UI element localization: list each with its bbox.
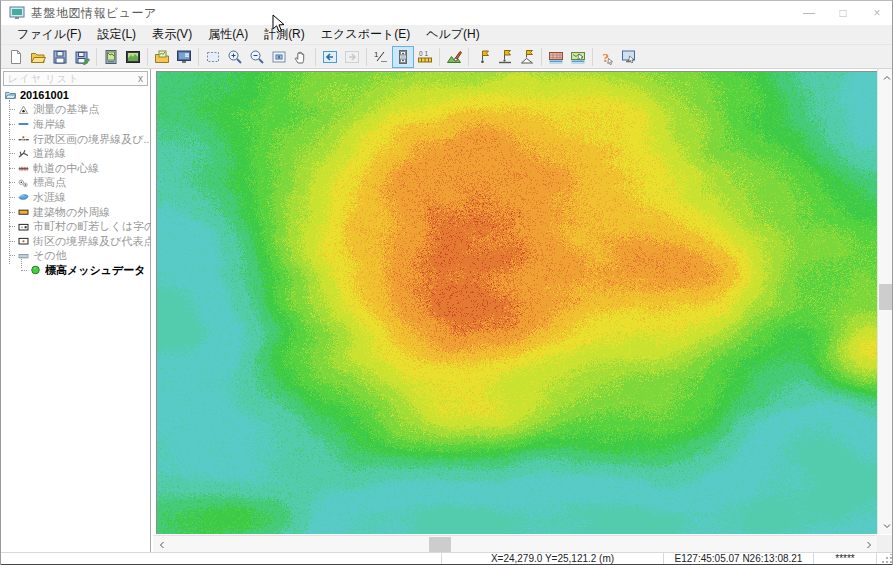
toolbar-separator <box>439 48 440 66</box>
forward-view-button[interactable] <box>341 46 363 68</box>
layer-label: 市町村の町若しくは字の... <box>33 219 151 234</box>
toolbar-separator <box>366 48 367 66</box>
layer-panel-close-button[interactable]: x <box>134 73 147 84</box>
forward-view-icon <box>344 49 360 65</box>
map-export-button[interactable] <box>567 46 589 68</box>
layer-item-rail-line[interactable]: 軌道の中心線 <box>1 161 151 176</box>
admin-boundary-icon <box>16 133 33 145</box>
horizontal-scroll-thumb[interactable] <box>429 537 451 552</box>
layer-panel-header: レイヤ リスト x <box>3 71 148 86</box>
menu-file[interactable]: ファイル(F) <box>9 24 89 45</box>
terrain-profile-button[interactable] <box>443 46 465 68</box>
coastline-icon <box>16 118 33 130</box>
scroll-left-button[interactable] <box>153 536 170 553</box>
layer-label: 行政区画の境界線及び... <box>33 132 151 147</box>
menu-settings[interactable]: 設定(L) <box>89 24 144 45</box>
tree-root[interactable]: 20161001 <box>1 88 151 103</box>
print-icon <box>103 49 119 65</box>
chevron-left-icon <box>158 541 166 549</box>
flag-area-icon <box>519 49 535 65</box>
layer-item-water-edge[interactable]: 水涯線 <box>1 190 151 205</box>
zoom-out-icon <box>249 49 265 65</box>
chevron-right-icon <box>865 541 873 549</box>
image-view-button[interactable] <box>122 46 144 68</box>
menu-export[interactable]: エクスポート(E) <box>313 24 418 45</box>
svg-text:0 1: 0 1 <box>419 50 428 57</box>
menu-attribute[interactable]: 属性(A) <box>200 24 256 45</box>
layer-item-admin-boundary[interactable]: 行政区画の境界線及び... <box>1 132 151 147</box>
map-canvas[interactable] <box>157 72 877 534</box>
maximize-button[interactable]: □ <box>826 1 860 25</box>
layer-item-other-layer[interactable]: その他 <box>1 249 151 264</box>
toolbar-separator <box>541 48 542 66</box>
layer-item-coastline[interactable]: 海岸線 <box>1 117 151 132</box>
layer-label: 水涯線 <box>33 190 66 205</box>
layer-item-road-line[interactable]: 道路線 <box>1 146 151 161</box>
back-view-icon <box>322 49 338 65</box>
window-controls: — □ × <box>792 1 893 25</box>
toolbar: 10 1? <box>1 45 893 69</box>
mesh-export-icon <box>548 49 564 65</box>
toolbar-separator <box>96 48 97 66</box>
mesh-export-button[interactable] <box>545 46 567 68</box>
chevron-down-icon <box>883 522 891 530</box>
horizontal-scrollbar[interactable] <box>153 535 877 552</box>
scroll-down-button[interactable] <box>878 517 893 534</box>
toolbar-separator <box>198 48 199 66</box>
layer-item-building-outline[interactable]: 建築物の外周線 <box>1 205 151 220</box>
layer-item-elevation-point[interactable]: 標高点 <box>1 176 151 191</box>
flag-area-button[interactable] <box>516 46 538 68</box>
town-boundary-icon <box>16 221 33 233</box>
svg-text:1: 1 <box>374 50 379 59</box>
flag-point-button[interactable] <box>472 46 494 68</box>
layer-item-town-boundary[interactable]: 市町村の町若しくは字の... <box>1 219 151 234</box>
context-help-button[interactable] <box>618 46 640 68</box>
display-settings-button[interactable] <box>173 46 195 68</box>
layer-label: 海岸線 <box>33 117 66 132</box>
minimize-button[interactable]: — <box>792 1 826 25</box>
print-button[interactable] <box>100 46 122 68</box>
scale-bar-button[interactable]: 0 1 <box>414 46 436 68</box>
save-as-button[interactable] <box>71 46 93 68</box>
menu-help[interactable]: ヘルプ(H) <box>418 24 488 45</box>
statusbar: X=24,279.0 Y=25,121.2 (m) E127:45:05.07 … <box>1 552 893 564</box>
flag-point-icon <box>475 49 491 65</box>
zoom-window-button[interactable] <box>268 46 290 68</box>
road-line-icon <box>16 148 33 160</box>
layer-item-elevation-mesh[interactable]: 標高メッシュデータ <box>1 263 151 278</box>
select-rect-icon <box>205 49 221 65</box>
pan-button[interactable] <box>290 46 312 68</box>
vertical-scroll-thumb[interactable] <box>879 284 893 310</box>
map-viewport <box>156 71 877 534</box>
back-view-button[interactable] <box>319 46 341 68</box>
help-button[interactable]: ? <box>596 46 618 68</box>
folder-icon <box>3 89 20 101</box>
new-document-button[interactable] <box>5 46 27 68</box>
layer-item-survey-point[interactable]: 測量の基準点 <box>1 103 151 118</box>
scroll-right-button[interactable] <box>860 536 877 553</box>
save-button[interactable] <box>49 46 71 68</box>
resize-grip-icon[interactable] <box>882 554 893 564</box>
close-button[interactable]: × <box>860 1 893 25</box>
open-file-button[interactable] <box>27 46 49 68</box>
menu-view[interactable]: 表示(V) <box>144 24 200 45</box>
layer-label: 20161001 <box>20 89 69 101</box>
toolbar-separator <box>468 48 469 66</box>
app-icon <box>9 6 25 20</box>
layer-label: 街区の境界線及び代表点 <box>33 234 151 249</box>
elevation-slider-button[interactable] <box>392 46 414 68</box>
import-folder-button[interactable] <box>151 46 173 68</box>
vertical-scrollbar[interactable] <box>877 69 893 534</box>
zoom-out-button[interactable] <box>246 46 268 68</box>
scrollbar-corner <box>877 535 893 552</box>
flag-line-button[interactable] <box>494 46 516 68</box>
chevron-up-icon <box>883 74 891 82</box>
toolbar-separator <box>315 48 316 66</box>
layer-item-block-boundary[interactable]: 街区の境界線及び代表点 <box>1 234 151 249</box>
zoom-in-button[interactable] <box>224 46 246 68</box>
scroll-up-button[interactable] <box>878 69 893 86</box>
scale-display-button[interactable]: 1 <box>370 46 392 68</box>
map-export-icon <box>570 49 586 65</box>
select-rect-button[interactable] <box>202 46 224 68</box>
layer-panel-title: レイヤ リスト <box>4 72 134 86</box>
